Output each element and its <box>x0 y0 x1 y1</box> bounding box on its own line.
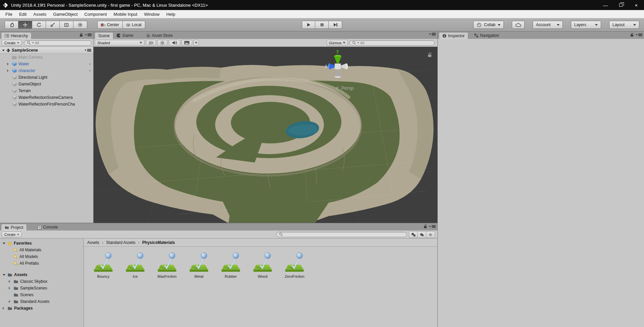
scene-audio-button[interactable] <box>169 40 180 46</box>
scene-expand-icon[interactable] <box>2 50 5 51</box>
asset-rubber[interactable]: Rubber <box>220 251 241 278</box>
hierarchy-item-character[interactable]: character › <box>0 67 93 74</box>
restore-button[interactable] <box>613 0 629 10</box>
transform-tool-button[interactable] <box>73 21 87 29</box>
menu-edit[interactable]: Edit <box>16 10 30 18</box>
panel-menu-icon[interactable] <box>636 34 642 36</box>
expand-icon[interactable] <box>9 300 10 303</box>
expand-icon[interactable] <box>3 243 5 244</box>
hierarchy-search-input[interactable]: All <box>24 40 92 46</box>
hierarchy-item-gameobject[interactable]: GameObject <box>0 81 93 87</box>
hierarchy-item-waterreflectionscenecamera[interactable]: WaterReflectionSceneCamera <box>0 94 93 101</box>
tab-asset-store[interactable]: Asset Store <box>143 32 176 39</box>
lock-icon[interactable] <box>630 33 634 37</box>
projection-toggle[interactable]: Persp <box>335 85 354 91</box>
pivot-center-button[interactable]: Center <box>97 21 123 29</box>
breadcrumb-physicsmaterials[interactable]: PhysicsMaterials <box>142 240 175 245</box>
tree-favorites[interactable]: Favorites <box>0 240 84 247</box>
project-search-input[interactable] <box>276 232 407 237</box>
menu-file[interactable]: File <box>2 10 16 18</box>
tree-all-models[interactable]: All Models <box>0 253 84 260</box>
prefab-select-icon[interactable]: › <box>89 68 91 73</box>
expand-icon[interactable] <box>7 69 9 72</box>
account-button[interactable]: Account <box>533 21 563 29</box>
scene-search-input[interactable]: All <box>349 40 435 46</box>
hierarchy-item-water[interactable]: Water › <box>0 61 93 67</box>
panel-menu-icon[interactable] <box>429 33 436 36</box>
play-button[interactable] <box>302 21 315 29</box>
asset-bouncy[interactable]: Bouncy <box>93 251 114 278</box>
favorites-filter-button[interactable] <box>426 231 435 238</box>
menu-gameobject[interactable]: GameObject <box>50 10 81 18</box>
tab-inspector[interactable]: Inspector <box>439 32 468 39</box>
lock-icon[interactable] <box>79 33 83 37</box>
viewport-lock-icon[interactable] <box>427 52 432 57</box>
collab-button[interactable]: Collab <box>473 21 504 29</box>
cloud-button[interactable] <box>512 21 525 29</box>
menu-component[interactable]: Component <box>81 10 110 18</box>
scale-tool-button[interactable] <box>46 21 60 29</box>
tab-hierarchy[interactable]: Hierarchy <box>1 32 32 39</box>
tree-all-materials[interactable]: All Materials <box>0 247 84 253</box>
tab-project[interactable]: Project <box>1 224 27 231</box>
project-create-button[interactable]: Create <box>2 232 22 238</box>
scene-effects-button[interactable] <box>181 40 192 46</box>
pause-button[interactable] <box>315 21 329 29</box>
expand-icon[interactable] <box>7 63 9 65</box>
asset-zerofriction[interactable]: ZeroFriction <box>284 251 305 278</box>
tree-samplescenes[interactable]: SampleScenes <box>0 285 84 291</box>
tree-packages[interactable]: Packages <box>0 305 84 312</box>
move-tool-button[interactable] <box>18 21 32 29</box>
hierarchy-create-button[interactable]: Create <box>2 40 22 46</box>
asset-wood[interactable]: Wood <box>252 251 273 278</box>
tree-all-prefabs[interactable]: All Prefabs <box>0 260 84 267</box>
menu-mobile-input[interactable]: Mobile Input <box>110 10 141 18</box>
layers-button[interactable]: Layers <box>571 21 601 29</box>
menu-window[interactable]: Window <box>141 10 163 18</box>
gizmos-dropdown[interactable]: Gizmos <box>327 40 348 46</box>
scene-header-row[interactable]: SampleScene <box>0 47 93 54</box>
tab-scene[interactable]: Scene <box>95 32 113 39</box>
expand-icon[interactable] <box>3 274 5 276</box>
tab-game[interactable]: Game <box>113 32 137 39</box>
hierarchy-item-directional-light[interactable]: Directional Light <box>0 74 93 81</box>
hierarchy-item-waterreflectionfirstpersoncha[interactable]: WaterReflectionFirstPersonCha <box>0 101 93 108</box>
asset-ice[interactable]: Ice <box>124 251 146 278</box>
tab-console[interactable]: Console <box>34 224 61 231</box>
lock-icon[interactable] <box>424 224 427 228</box>
tree-standard-assets[interactable]: Standard Assets <box>0 298 84 305</box>
menu-assets[interactable]: Assets <box>30 10 50 18</box>
tree-classic-skybox[interactable]: Classic Skybox <box>0 278 84 285</box>
minimize-button[interactable]: — <box>598 0 613 10</box>
menu-help[interactable]: Help <box>163 10 179 18</box>
step-button[interactable] <box>329 21 342 29</box>
hierarchy-item-terrain[interactable]: Terrain <box>0 87 93 94</box>
expand-icon[interactable] <box>9 287 10 289</box>
shading-mode-dropdown[interactable]: Shaded <box>95 40 145 46</box>
layout-button[interactable]: Layout <box>609 21 639 29</box>
tree-scenes[interactable]: Scenes <box>0 291 84 298</box>
tree-assets[interactable]: Assets <box>0 271 84 278</box>
tab-navigation[interactable]: Navigation <box>471 32 502 39</box>
rect-tool-button[interactable] <box>60 21 73 29</box>
expand-icon[interactable] <box>3 307 4 310</box>
pivot-local-button[interactable]: Local <box>123 21 145 29</box>
hand-tool-button[interactable] <box>5 21 18 29</box>
breadcrumb-standard-assets[interactable]: Standard Assets <box>106 240 135 245</box>
rotate-tool-button[interactable] <box>32 21 46 29</box>
prefab-select-icon[interactable]: › <box>89 62 91 66</box>
expand-icon[interactable] <box>9 280 10 283</box>
scene-lighting-button[interactable] <box>157 40 167 46</box>
search-by-label-button[interactable] <box>418 231 426 238</box>
toggle-2d-button[interactable]: 2D <box>146 40 156 46</box>
breadcrumb-assets[interactable]: Assets <box>87 240 99 245</box>
effects-dropdown-button[interactable] <box>194 40 199 46</box>
scene-header-menu-icon[interactable] <box>85 49 91 52</box>
hierarchy-item-main-camera[interactable]: Main Camera <box>0 54 93 61</box>
panel-menu-icon[interactable] <box>85 34 92 36</box>
close-button[interactable]: × <box>629 0 644 10</box>
asset-maxfriction[interactable]: MaxFriction <box>156 251 178 278</box>
panel-menu-icon[interactable] <box>429 225 436 228</box>
scene-viewport[interactable]: y z <box>94 47 437 223</box>
asset-metal[interactable]: Metal <box>188 251 210 278</box>
